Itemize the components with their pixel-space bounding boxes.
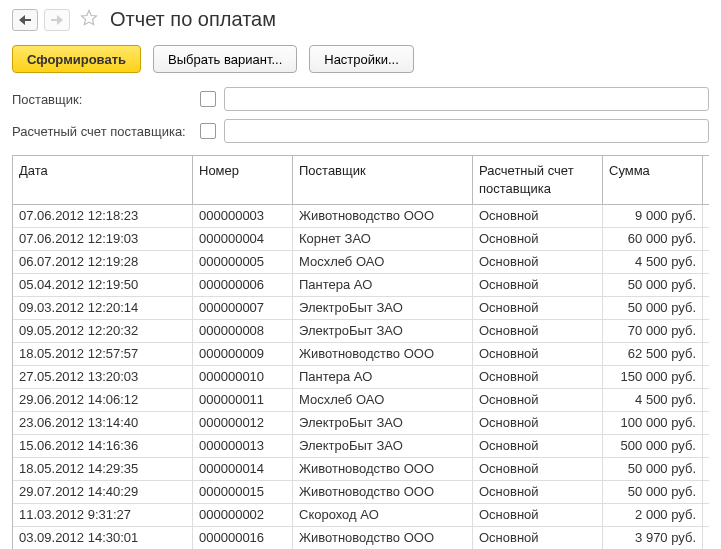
toolbar: Сформировать Выбрать вариант... Настройк… <box>12 45 709 73</box>
cell-number: 000000004 <box>193 228 293 250</box>
cell-date: 03.09.2012 14:30:01 <box>13 527 193 549</box>
supplier-filter-input[interactable] <box>224 87 709 111</box>
col-header-sum[interactable]: Сумма <box>603 156 703 204</box>
cell-account: Основной <box>473 274 603 296</box>
filter-row-supplier: Поставщик: <box>12 87 709 111</box>
table-row[interactable]: 09.05.2012 12:20:32000000008ЭлектроБыт З… <box>13 320 709 343</box>
cell-date: 27.05.2012 13:20:03 <box>13 366 193 388</box>
table-row[interactable]: 15.06.2012 14:16:36000000013ЭлектроБыт З… <box>13 435 709 458</box>
cell-number: 000000012 <box>193 412 293 434</box>
table-row[interactable]: 29.07.2012 14:40:29000000015Животноводст… <box>13 481 709 504</box>
cell-number: 000000010 <box>193 366 293 388</box>
table-row[interactable]: 18.05.2012 14:29:35000000014Животноводст… <box>13 458 709 481</box>
cell-sum: 500 000 руб. <box>603 435 703 457</box>
cell-supplier: Корнет ЗАО <box>293 228 473 250</box>
nav-forward-button[interactable] <box>44 9 70 31</box>
favorite-star-icon[interactable] <box>80 9 98 30</box>
cell-date: 23.06.2012 13:14:40 <box>13 412 193 434</box>
table-row[interactable]: 27.05.2012 13:20:03000000010Пантера АООс… <box>13 366 709 389</box>
cell-date: 18.05.2012 12:57:57 <box>13 343 193 365</box>
cell-date: 15.06.2012 14:16:36 <box>13 435 193 457</box>
cell-supplier: ЭлектроБыт ЗАО <box>293 412 473 434</box>
cell-number: 000000002 <box>193 504 293 526</box>
table-row[interactable]: 07.06.2012 12:19:03000000004Корнет ЗАООс… <box>13 228 709 251</box>
cell-sum: 150 000 руб. <box>603 366 703 388</box>
cell-supplier: ЭлектроБыт ЗАО <box>293 320 473 342</box>
table-row[interactable]: 29.06.2012 14:06:12000000011Мосхлеб ОАОО… <box>13 389 709 412</box>
cell-date: 09.03.2012 12:20:14 <box>13 297 193 319</box>
cell-number: 000000015 <box>193 481 293 503</box>
cell-account: Основной <box>473 435 603 457</box>
title-bar: Отчет по оплатам <box>12 8 709 31</box>
cell-supplier: Скороход АО <box>293 504 473 526</box>
cell-account: Основной <box>473 412 603 434</box>
cell-account: Основной <box>473 527 603 549</box>
cell-sum: 2 000 руб. <box>603 504 703 526</box>
col-header-account[interactable]: Расчетный счет поставщика <box>473 156 603 204</box>
cell-sum: 9 000 руб. <box>603 205 703 227</box>
table-row[interactable]: 23.06.2012 13:14:40000000012ЭлектроБыт З… <box>13 412 709 435</box>
col-header-number[interactable]: Номер <box>193 156 293 204</box>
cell-supplier: Животноводство ООО <box>293 205 473 227</box>
cell-account: Основной <box>473 389 603 411</box>
cell-date: 07.06.2012 12:18:23 <box>13 205 193 227</box>
cell-supplier: ЭлектроБыт ЗАО <box>293 435 473 457</box>
table-row[interactable]: 06.07.2012 12:19:28000000005Мосхлеб ОАОО… <box>13 251 709 274</box>
cell-supplier: Животноводство ООО <box>293 343 473 365</box>
cell-account: Основной <box>473 205 603 227</box>
cell-number: 000000011 <box>193 389 293 411</box>
arrow-right-icon <box>51 15 63 25</box>
cell-date: 07.06.2012 12:19:03 <box>13 228 193 250</box>
nav-back-button[interactable] <box>12 9 38 31</box>
cell-date: 05.04.2012 12:19:50 <box>13 274 193 296</box>
cell-sum: 70 000 руб. <box>603 320 703 342</box>
cell-number: 000000007 <box>193 297 293 319</box>
page-title: Отчет по оплатам <box>110 8 276 31</box>
cell-sum: 62 500 руб. <box>603 343 703 365</box>
cell-sum: 50 000 руб. <box>603 458 703 480</box>
account-filter-checkbox[interactable] <box>200 123 216 139</box>
cell-number: 000000016 <box>193 527 293 549</box>
cell-account: Основной <box>473 343 603 365</box>
cell-date: 06.07.2012 12:19:28 <box>13 251 193 273</box>
cell-number: 000000008 <box>193 320 293 342</box>
filters-panel: Поставщик: Расчетный счет поставщика: <box>12 87 709 143</box>
cell-sum: 4 500 руб. <box>603 251 703 273</box>
cell-date: 11.03.2012 9:31:27 <box>13 504 193 526</box>
cell-account: Основной <box>473 366 603 388</box>
cell-account: Основной <box>473 251 603 273</box>
cell-supplier: Животноводство ООО <box>293 458 473 480</box>
cell-supplier: Пантера АО <box>293 366 473 388</box>
report-grid: Дата Номер Поставщик Расчетный счет пост… <box>12 155 709 549</box>
generate-button[interactable]: Сформировать <box>12 45 141 73</box>
cell-sum: 100 000 руб. <box>603 412 703 434</box>
account-filter-input[interactable] <box>224 119 709 143</box>
supplier-filter-checkbox[interactable] <box>200 91 216 107</box>
cell-account: Основной <box>473 458 603 480</box>
select-variant-button[interactable]: Выбрать вариант... <box>153 45 297 73</box>
table-row[interactable]: 09.03.2012 12:20:14000000007ЭлектроБыт З… <box>13 297 709 320</box>
col-header-supplier[interactable]: Поставщик <box>293 156 473 204</box>
supplier-filter-label: Поставщик: <box>12 92 192 107</box>
cell-supplier: Мосхлеб ОАО <box>293 251 473 273</box>
settings-button[interactable]: Настройки... <box>309 45 414 73</box>
grid-body: 07.06.2012 12:18:23000000003Животноводст… <box>13 205 709 549</box>
cell-supplier: Пантера АО <box>293 274 473 296</box>
cell-sum: 50 000 руб. <box>603 481 703 503</box>
table-row[interactable]: 03.09.2012 14:30:01000000016Животноводст… <box>13 527 709 549</box>
cell-date: 29.06.2012 14:06:12 <box>13 389 193 411</box>
account-filter-label: Расчетный счет поставщика: <box>12 124 192 139</box>
cell-number: 000000014 <box>193 458 293 480</box>
cell-sum: 50 000 руб. <box>603 297 703 319</box>
col-header-date[interactable]: Дата <box>13 156 193 204</box>
cell-number: 000000013 <box>193 435 293 457</box>
cell-supplier: Животноводство ООО <box>293 481 473 503</box>
cell-account: Основной <box>473 320 603 342</box>
table-row[interactable]: 11.03.2012 9:31:27000000002Скороход АООс… <box>13 504 709 527</box>
cell-number: 000000006 <box>193 274 293 296</box>
table-row[interactable]: 05.04.2012 12:19:50000000006Пантера АООс… <box>13 274 709 297</box>
table-row[interactable]: 18.05.2012 12:57:57000000009Животноводст… <box>13 343 709 366</box>
cell-account: Основной <box>473 481 603 503</box>
cell-account: Основной <box>473 228 603 250</box>
table-row[interactable]: 07.06.2012 12:18:23000000003Животноводст… <box>13 205 709 228</box>
